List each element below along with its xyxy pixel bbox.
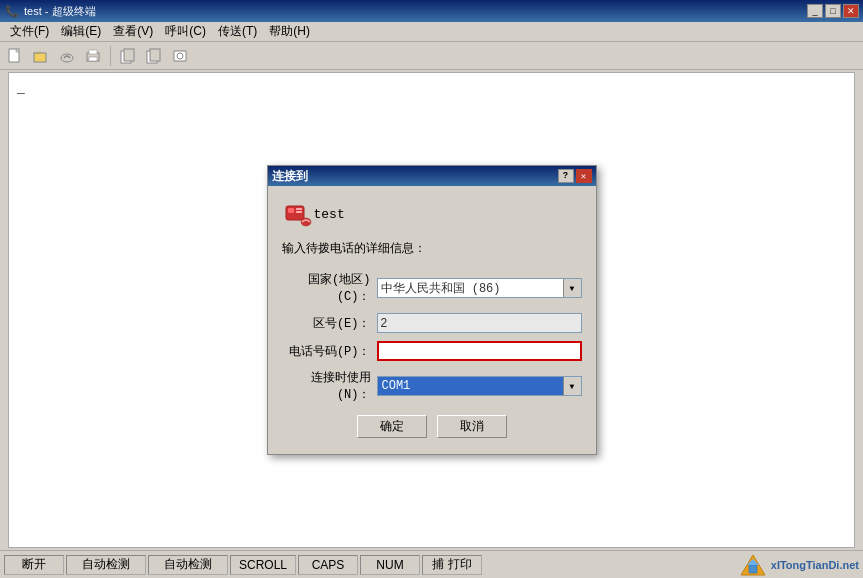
- status-auto2: 自动检测: [148, 555, 228, 575]
- app-icon: 📞: [4, 3, 20, 19]
- connect-using-row: 连接时使用(N)： COM1 ▼: [282, 369, 582, 403]
- menu-edit[interactable]: 编辑(E): [55, 22, 107, 41]
- menu-view[interactable]: 查看(V): [107, 22, 159, 41]
- status-caps: CAPS: [298, 555, 358, 575]
- minimize-button[interactable]: _: [807, 4, 823, 18]
- connect-value: COM1: [378, 377, 563, 395]
- status-capture: 捕 打印: [422, 555, 482, 575]
- dialog-overlay: 连接到 ? ✕: [9, 73, 854, 547]
- area-code-label: 区号(E)：: [282, 315, 377, 332]
- svg-rect-5: [89, 50, 97, 54]
- phone-number-label: 电话号码(P)：: [282, 343, 377, 360]
- confirm-button[interactable]: 确定: [357, 415, 427, 438]
- svg-rect-4: [89, 57, 97, 61]
- toolbar-copy2[interactable]: [143, 45, 165, 67]
- country-row: 国家(地区)(C)： 中华人民共和国 (86) ▼: [282, 271, 582, 305]
- window-title: test - 超级终端: [24, 4, 807, 19]
- connect-dropdown-icon[interactable]: ▼: [563, 377, 581, 395]
- terminal-area: _ 连接到 ? ✕: [8, 72, 855, 548]
- area-code-row: 区号(E)：: [282, 313, 582, 333]
- svg-rect-18: [749, 565, 757, 573]
- svg-point-2: [61, 54, 73, 62]
- toolbar: [0, 42, 863, 70]
- dialog-title-buttons: ? ✕: [558, 169, 592, 183]
- dialog-title-bar: 连接到 ? ✕: [268, 166, 596, 186]
- status-scroll: SCROLL: [230, 555, 296, 575]
- close-button[interactable]: ✕: [843, 4, 859, 18]
- country-label: 国家(地区)(C)：: [282, 271, 377, 305]
- toolbar-copy1[interactable]: [117, 45, 139, 67]
- dialog-close-button[interactable]: ✕: [576, 169, 592, 183]
- window-controls: _ □ ✕: [807, 4, 859, 18]
- dialog-description: 输入待拨电话的详细信息：: [282, 240, 582, 257]
- svg-rect-14: [296, 208, 302, 210]
- area-code-control: [377, 313, 582, 333]
- phone-number-row: 电话号码(P)：: [282, 341, 582, 361]
- connect-dialog: 连接到 ? ✕: [267, 165, 597, 455]
- menu-bar: 文件(F) 编辑(E) 查看(V) 呼叫(C) 传送(T) 帮助(H): [0, 22, 863, 42]
- toolbar-print[interactable]: [82, 45, 104, 67]
- country-dropdown-icon[interactable]: ▼: [563, 279, 581, 297]
- terminal-content: _ 连接到 ? ✕: [9, 73, 854, 547]
- dialog-body: test 输入待拨电话的详细信息： 国家(地区)(C)： 中华人民共和国 (86…: [268, 186, 596, 454]
- connect-using-control: COM1 ▼: [377, 376, 582, 396]
- dialog-help-button[interactable]: ?: [558, 169, 574, 183]
- svg-rect-7: [124, 49, 134, 61]
- menu-help[interactable]: 帮助(H): [263, 22, 316, 41]
- maximize-button[interactable]: □: [825, 4, 841, 18]
- dialog-title: 连接到: [272, 168, 558, 185]
- phone-number-input[interactable]: [377, 341, 582, 361]
- svg-rect-1: [34, 53, 46, 62]
- country-control: 中华人民共和国 (86) ▼: [377, 278, 582, 298]
- country-value: 中华人民共和国 (86): [378, 279, 563, 297]
- dialog-buttons: 确定 取消: [282, 415, 582, 442]
- menu-call[interactable]: 呼叫(C): [159, 22, 212, 41]
- phone-number-control: [377, 341, 582, 361]
- dialog-header: test: [282, 198, 582, 230]
- watermark-icon: [739, 553, 767, 577]
- title-bar: 📞 test - 超级终端 _ □ ✕: [0, 0, 863, 22]
- toolbar-open[interactable]: [30, 45, 52, 67]
- status-disconnect: 断开: [4, 555, 64, 575]
- connect-select[interactable]: COM1 ▼: [377, 376, 582, 396]
- cancel-button[interactable]: 取消: [437, 415, 507, 438]
- toolbar-sep1: [110, 46, 111, 66]
- toolbar-new[interactable]: [4, 45, 26, 67]
- connect-using-label: 连接时使用(N)：: [282, 369, 377, 403]
- area-code-input[interactable]: [377, 313, 582, 333]
- watermark-area: xITongTianDi.net: [739, 553, 859, 577]
- phone-icon: [282, 198, 314, 230]
- status-num: NUM: [360, 555, 420, 575]
- svg-rect-15: [296, 211, 302, 213]
- toolbar-capture[interactable]: [169, 45, 191, 67]
- country-select[interactable]: 中华人民共和国 (86) ▼: [377, 278, 582, 298]
- svg-rect-13: [288, 208, 294, 213]
- menu-file[interactable]: 文件(F): [4, 22, 55, 41]
- status-bar: 断开 自动检测 自动检测 SCROLL CAPS NUM 捕 打印 xITong…: [0, 550, 863, 578]
- menu-transfer[interactable]: 传送(T): [212, 22, 263, 41]
- connection-name: test: [314, 207, 345, 222]
- status-auto1: 自动检测: [66, 555, 146, 575]
- svg-rect-9: [150, 49, 160, 61]
- watermark-text: xITongTianDi.net: [771, 559, 859, 571]
- toolbar-dial[interactable]: [56, 45, 78, 67]
